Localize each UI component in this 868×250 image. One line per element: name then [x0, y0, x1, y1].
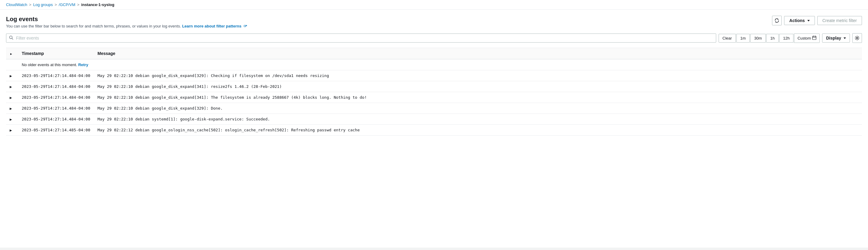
message-cell: May 29 02:22:10 debian google_disk_expan…	[94, 92, 862, 103]
external-link-icon	[244, 25, 247, 28]
message-cell: May 29 02:22:12 debian google_oslogin_ns…	[94, 125, 862, 135]
time-30m-button[interactable]: 30m	[750, 34, 766, 42]
row-expand-cell: ▶	[6, 114, 18, 125]
gear-icon	[855, 36, 860, 40]
breadcrumb-log-groups[interactable]: Log groups	[33, 2, 53, 7]
refresh-button[interactable]	[772, 16, 782, 25]
breadcrumb-current: instance-1-syslog	[81, 2, 114, 7]
row-expand-arrow[interactable]: ▶	[10, 107, 12, 110]
breadcrumb-sep-1: >	[29, 2, 31, 7]
timestamp-cell: 2023-05-29T14:27:14.484-04:00	[18, 92, 94, 103]
filter-events-input[interactable]	[6, 33, 716, 42]
svg-rect-0	[244, 25, 245, 27]
clear-time-button[interactable]: Clear	[719, 34, 736, 42]
log-table: ► Timestamp Message No older events at t…	[6, 48, 862, 135]
header-expand-arrow[interactable]: ►	[10, 52, 13, 56]
page-title: Log events	[6, 16, 247, 23]
row-expand-cell: ▶	[6, 92, 18, 103]
row-expand-arrow[interactable]: ▶	[10, 85, 12, 89]
table-row: ▶2023-05-29T14:27:14.484-04:00May 29 02:…	[6, 114, 862, 125]
breadcrumb-cloudwatch[interactable]: CloudWatch	[6, 2, 27, 7]
actions-button[interactable]: Actions	[784, 16, 814, 25]
row-expand-cell: ▶	[6, 81, 18, 92]
no-older-events-row: No older events at this moment. Retry	[6, 59, 862, 70]
filter-bar: Clear 1m 30m 1h 12h Custom Display	[6, 33, 862, 43]
calendar-icon	[812, 36, 816, 41]
svg-rect-3	[812, 36, 816, 39]
breadcrumb: CloudWatch > Log groups > /GCP/VM > inst…	[0, 0, 868, 10]
no-older-events-cell: No older events at this moment. Retry	[18, 59, 862, 70]
row-expand-arrow[interactable]: ▶	[10, 96, 12, 99]
message-cell: May 29 02:22:10 debian google_disk_expan…	[94, 103, 862, 114]
page-header: Log events You can use the filter bar be…	[6, 16, 862, 28]
breadcrumb-sep-2: >	[55, 2, 57, 7]
svg-point-7	[857, 37, 858, 39]
display-chevron-icon	[843, 37, 846, 39]
create-metric-filter-button[interactable]: Create metric filter	[817, 16, 862, 25]
svg-line-2	[12, 38, 13, 39]
row-expand-arrow[interactable]: ▶	[10, 118, 12, 121]
page-title-section: Log events You can use the filter bar be…	[6, 16, 247, 28]
display-button[interactable]: Display	[822, 33, 850, 42]
table-row: ▶2023-05-29T14:27:14.484-04:00May 29 02:…	[6, 92, 862, 103]
time-1h-button[interactable]: 1h	[766, 34, 778, 42]
retry-link[interactable]: Retry	[78, 63, 88, 67]
message-cell: May 29 02:22:10 debian google_disk_expan…	[94, 70, 862, 81]
learn-more-link[interactable]: Learn more about filter patterns	[182, 24, 241, 28]
main-content: Log events You can use the filter bar be…	[0, 10, 868, 248]
log-table-body: No older events at this moment. Retry ▶2…	[6, 59, 862, 135]
row-expand-arrow[interactable]: ▶	[10, 129, 12, 132]
row-expand-cell: ▶	[6, 125, 18, 135]
row-expand-arrow[interactable]: ▶	[10, 74, 12, 77]
message-cell: May 29 02:22:10 debian google_disk_expan…	[94, 81, 862, 92]
table-row: ▶2023-05-29T14:27:14.484-04:00May 29 02:…	[6, 81, 862, 92]
table-header-row: ► Timestamp Message	[6, 48, 862, 60]
search-icon	[9, 36, 13, 41]
timestamp-cell: 2023-05-29T14:27:14.484-04:00	[18, 70, 94, 81]
message-cell: May 29 02:22:10 debian systemd[1]: googl…	[94, 114, 862, 125]
timestamp-cell: 2023-05-29T14:27:14.484-04:00	[18, 81, 94, 92]
time-12h-button[interactable]: 12h	[779, 34, 794, 42]
table-row: ▶2023-05-29T14:27:14.484-04:00May 29 02:…	[6, 70, 862, 81]
expand-col-header: ►	[6, 48, 18, 60]
time-1m-button[interactable]: 1m	[736, 34, 750, 42]
no-older-events-text: No older events at this moment.	[22, 63, 77, 67]
refresh-icon	[774, 18, 779, 23]
table-row: ▶2023-05-29T14:27:14.485-04:00May 29 02:…	[6, 125, 862, 135]
timestamp-cell: 2023-05-29T14:27:14.484-04:00	[18, 114, 94, 125]
breadcrumb-gcp-vm[interactable]: /GCP/VM	[59, 2, 75, 7]
time-filters: Clear 1m 30m 1h 12h Custom	[719, 33, 820, 43]
settings-button[interactable]	[852, 33, 862, 43]
breadcrumb-sep-3: >	[77, 2, 80, 7]
message-col-header: Message	[94, 48, 862, 60]
search-input-wrapper	[6, 33, 716, 42]
timestamp-cell: 2023-05-29T14:27:14.484-04:00	[18, 103, 94, 114]
page-subtitle: You can use the filter bar below to sear…	[6, 24, 247, 28]
timestamp-col-header: Timestamp	[18, 48, 94, 60]
timestamp-cell: 2023-05-29T14:27:14.485-04:00	[18, 125, 94, 135]
actions-chevron-icon	[807, 20, 810, 22]
header-actions: Actions Create metric filter	[772, 16, 862, 25]
row-expand-cell: ▶	[6, 103, 18, 114]
table-row: ▶2023-05-29T14:27:14.484-04:00May 29 02:…	[6, 103, 862, 114]
time-custom-button[interactable]: Custom	[794, 33, 820, 43]
row-expand-cell: ▶	[6, 70, 18, 81]
